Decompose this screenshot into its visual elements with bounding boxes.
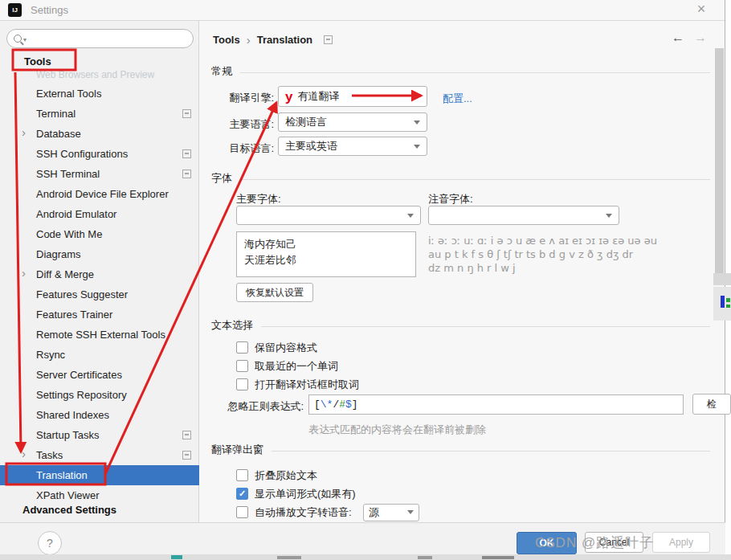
primary-lang-value: 检测语言	[285, 115, 327, 129]
section-font: 字体	[211, 171, 710, 186]
sidebar-item-remote-ssh-external-tools[interactable]: Remote SSH External Tools	[0, 325, 199, 345]
primary-font-select[interactable]	[236, 206, 421, 225]
configure-link[interactable]: 配置...	[443, 92, 472, 106]
sidebar-item-android-device-file-explorer[interactable]: Android Device File Explorer	[0, 184, 199, 204]
chevron-right-icon[interactable]: ›	[22, 448, 26, 460]
checkbox-label: 折叠原始文本	[255, 468, 317, 483]
font-preview-line: 天涯若比邻	[244, 252, 408, 268]
breadcrumb: Tools › Translation	[213, 33, 333, 47]
regex-input[interactable]: [\*/#$]	[308, 394, 684, 415]
modified-badge-icon	[324, 35, 333, 44]
regex-token: ]	[352, 399, 358, 411]
scrollbar-thumb[interactable]	[715, 48, 724, 285]
back-arrow-icon[interactable]: ←	[672, 31, 684, 45]
sidebar-item-android-emulator[interactable]: Android Emulator	[0, 204, 199, 224]
checkbox-icon[interactable]	[236, 506, 248, 518]
checkbox-icon[interactable]	[236, 341, 248, 354]
sidebar-item-rsync[interactable]: Rsync	[0, 345, 199, 365]
section-popup: 翻译弹出窗	[211, 443, 710, 457]
checkbox-icon[interactable]	[236, 469, 248, 481]
sidebar-item-settings-repository[interactable]: Settings Repository	[0, 385, 199, 405]
sidebar-item-diff-merge[interactable]: ›Diff & Merge	[0, 264, 199, 284]
sidebar-item-label: Diff & Merge	[36, 268, 94, 280]
phonetic-line: iː əː ɔː uː ɑː i ə ɔ u æ e ʌ aɪ eɪ ɔɪ ɪə…	[428, 234, 705, 247]
help-button[interactable]: ?	[38, 531, 62, 555]
sidebar-item-terminal[interactable]: Terminal	[0, 104, 199, 124]
taskbar-fragment	[277, 556, 301, 559]
checkbox-pick-word-on-dialog[interactable]: 打开翻译对话框时取词	[236, 378, 359, 391]
sidebar-item-startup-tasks[interactable]: Startup Tasks	[0, 425, 199, 445]
sidebar-item-features-suggester[interactable]: Features Suggester	[0, 284, 199, 305]
checkbox-keep-format[interactable]: 保留内容格式	[236, 341, 359, 354]
sidebar-item-server-certificates[interactable]: Server Certificates	[0, 365, 199, 385]
checkbox-label: 打开翻译对话框时取词	[255, 378, 359, 392]
section-text-selection-label: 文本选择	[211, 318, 253, 333]
regex-token: [	[314, 399, 321, 411]
sidebar-item-external-tools[interactable]: External Tools	[0, 84, 199, 104]
regex-check-button[interactable]: 检	[692, 394, 731, 415]
forward-arrow-icon[interactable]: →	[694, 31, 707, 45]
checkbox-fold-original[interactable]: 折叠原始文本	[236, 468, 419, 482]
modified-badge-icon	[182, 431, 191, 439]
close-icon[interactable]: ×	[692, 1, 710, 18]
sidebar-item-label: Android Emulator	[36, 208, 116, 220]
font-preview-line: 海内存知己	[244, 236, 408, 252]
caret-down-icon	[414, 145, 420, 149]
sidebar-item-features-trainer[interactable]: Features Trainer	[0, 305, 199, 325]
target-lang-select[interactable]: 主要或英语	[278, 137, 427, 156]
chevron-right-icon[interactable]: ›	[22, 267, 26, 279]
title-bar: IJ Settings ×	[0, 0, 725, 21]
modified-badge-icon	[182, 451, 191, 460]
checkbox-auto-tts[interactable]: 自动播放文字转语音: 源	[236, 505, 419, 519]
sidebar-item-faded: Web Browsers and Preview	[36, 69, 154, 80]
phonetic-font-label: 注音字体:	[428, 192, 473, 206]
engine-select[interactable]: y 有道翻译	[278, 86, 427, 107]
sidebar-item-label: Translation	[36, 469, 88, 481]
checkbox-nearest-word[interactable]: 取最近的一个单词	[236, 359, 359, 373]
sidebar-item-ssh-terminal[interactable]: SSH Terminal	[0, 164, 199, 184]
checkbox-show-word-forms[interactable]: ✓ 显示单词形式(如果有)	[236, 487, 419, 501]
font-preview-box: 海内存知己 天涯若比邻	[236, 231, 416, 277]
sidebar-item-shared-indexes[interactable]: Shared Indexes	[0, 405, 199, 425]
regex-token: /	[333, 399, 339, 411]
regex-token: \*	[321, 399, 333, 411]
reset-defaults-button[interactable]: 恢复默认设置	[236, 283, 313, 302]
sidebar-group-tools[interactable]: Tools	[24, 55, 51, 67]
engine-select-value: 有道翻译	[297, 89, 339, 104]
sidebar-item-translation[interactable]: Translation	[0, 465, 199, 485]
checkbox-icon[interactable]	[236, 378, 248, 390]
breadcrumb-translation[interactable]: Translation	[257, 34, 312, 46]
search-input[interactable]	[28, 32, 186, 46]
modified-badge-icon	[182, 170, 191, 178]
sidebar-item-label: Diagrams	[36, 248, 81, 260]
sidebar-item-ssh-configurations[interactable]: SSH Configurations	[0, 144, 199, 164]
search-caret-icon: ▾	[23, 36, 27, 43]
settings-dialog: IJ Settings × ▾ Tools Web Browsers and P…	[0, 0, 725, 554]
primary-lang-select[interactable]: 检测语言	[278, 112, 427, 132]
sidebar-item-tasks[interactable]: ›Tasks	[0, 445, 199, 465]
sidebar-item-label: Android Device File Explorer	[36, 188, 169, 200]
phonetic-font-select[interactable]	[428, 206, 619, 225]
search-icon	[14, 35, 22, 43]
sidebar-item-xpath-viewer[interactable]: XPath Viewer	[0, 485, 199, 505]
checkbox-icon[interactable]	[236, 360, 248, 372]
phonetic-line: au p t k f s θ ʃ tʃ tr ts b d g v z ð ʒ …	[428, 247, 705, 261]
phonetic-preview: iː əː ɔː uː ɑː i ə ɔ u æ e ʌ aɪ eɪ ɔɪ ɪə…	[428, 234, 705, 275]
sidebar-item-database[interactable]: ›Database	[0, 124, 199, 144]
breadcrumb-tools[interactable]: Tools	[213, 34, 240, 46]
tts-source-select[interactable]: 源	[363, 504, 419, 521]
sidebar-item-diagrams[interactable]: Diagrams	[0, 244, 199, 264]
intellij-logo-icon: IJ	[8, 3, 22, 17]
sidebar-item-code-with-me[interactable]: Code With Me	[0, 224, 199, 244]
target-lang-label: 目标语言:	[187, 141, 274, 156]
checkbox-label: 显示单词形式(如果有)	[255, 487, 356, 501]
sidebar-item-label: Shared Indexes	[36, 409, 109, 421]
background-window-fragment	[721, 296, 725, 308]
sidebar-group-advanced-settings[interactable]: Advanced Settings	[22, 504, 116, 516]
section-divider	[240, 179, 710, 180]
checkbox-checked-icon[interactable]: ✓	[236, 488, 248, 500]
sidebar-item-label: External Tools	[36, 88, 101, 100]
search-box[interactable]: ▾	[6, 29, 194, 48]
chevron-right-icon[interactable]: ›	[22, 126, 26, 138]
sidebar-item-label: Tasks	[36, 449, 63, 461]
